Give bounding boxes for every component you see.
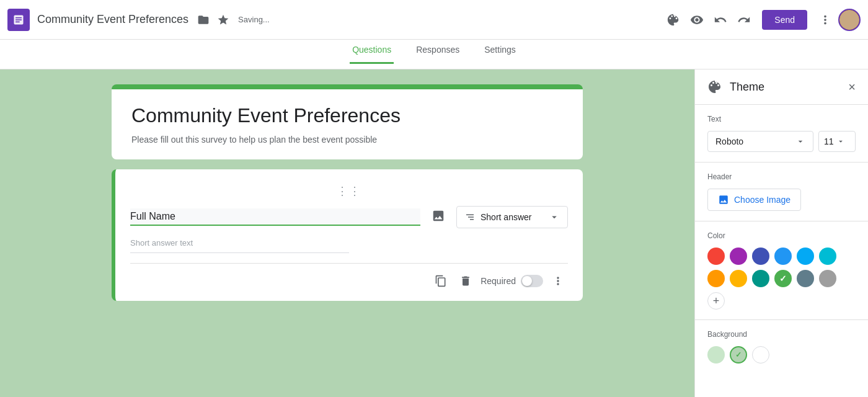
user-avatar[interactable] [838,9,861,31]
svg-rect-3 [16,21,20,22]
color-light-blue[interactable] [797,248,814,265]
undo-button[interactable] [710,9,731,30]
delete-button[interactable] [456,271,476,291]
saving-status: Saving... [238,15,270,24]
form-description: Please fill out this survey to help us p… [131,135,563,145]
color-amber[interactable] [730,270,747,287]
send-button[interactable]: Send [762,10,807,30]
question-row: Short answer [130,205,568,228]
choose-image-button[interactable]: Choose Image [707,189,801,211]
color-row-2 [707,270,856,287]
redo-button[interactable] [733,9,755,30]
question-card: ⋮⋮ Short answer [112,169,583,301]
question-input-wrapper [130,208,420,226]
size-dropdown-icon [836,137,845,146]
color-teal[interactable] [752,270,769,287]
required-toggle[interactable] [521,275,543,287]
theme-palette-icon [707,79,722,94]
svg-rect-2 [16,19,22,20]
duplicate-button[interactable] [431,271,451,291]
form-header-card: Community Event Preferences Please fill … [112,84,583,159]
size-select[interactable]: 11 [818,131,856,152]
choose-image-label: Choose Image [734,195,790,205]
color-green[interactable] [774,270,792,287]
form-canvas: Community Event Preferences Please fill … [0,69,694,397]
form-title: Community Event Preferences [131,104,563,127]
theme-panel: Theme × Text Roboto 11 Header [694,69,868,397]
tab-responses[interactable]: Responses [414,45,462,64]
document-title: Community Event Preferences [37,13,188,26]
color-red[interactable] [707,248,725,265]
font-select[interactable]: Roboto [707,131,813,152]
tab-settings[interactable]: Settings [482,45,518,64]
background-row [707,346,856,364]
theme-panel-header: Theme × [695,69,868,105]
color-blue[interactable] [774,248,792,265]
color-section-title: Color [707,231,856,240]
font-size: 11 [824,136,834,146]
folder-button[interactable] [193,10,213,30]
svg-rect-1 [16,17,22,18]
bg-light-green-2[interactable] [730,346,747,364]
text-section-title: Text [707,115,856,123]
font-dropdown-icon [795,136,805,146]
color-row-3: + [707,292,856,310]
color-indigo[interactable] [752,248,769,265]
color-purple[interactable] [730,248,747,265]
more-question-options[interactable] [548,271,568,291]
more-options-button[interactable] [815,9,836,30]
color-grey[interactable] [819,270,836,287]
background-section: Background [695,320,868,373]
bg-light-green-1[interactable] [707,346,725,364]
main-layout: Community Event Preferences Please fill … [0,69,868,397]
header-section-title: Header [707,172,856,181]
background-section-title: Background [707,330,856,339]
color-orange[interactable] [707,270,725,287]
color-section: Color [695,221,868,320]
header-section: Header Choose Image [695,163,868,221]
add-color-button[interactable]: + [707,292,725,310]
palette-button[interactable] [663,9,684,30]
font-name: Roboto [715,136,743,146]
question-type-label: Short answer [480,212,544,222]
font-row: Roboto 11 [707,131,856,152]
app-icon [7,9,30,31]
tab-questions[interactable]: Questions [350,45,394,64]
color-grid: + [707,248,856,310]
image-icon [718,194,729,205]
theme-panel-title: Theme [730,81,841,94]
theme-panel-close[interactable]: × [848,80,856,94]
question-type-select[interactable]: Short answer [456,206,568,228]
add-image-button[interactable] [428,205,449,228]
topbar-right: Send [663,9,861,31]
preview-button[interactable] [686,9,707,30]
color-blue-grey[interactable] [797,270,814,287]
question-label-input[interactable] [130,208,420,226]
required-label: Required [480,276,516,286]
color-row-1 [707,248,856,265]
bg-white[interactable] [752,346,769,364]
toggle-knob [522,276,532,286]
star-button[interactable] [213,10,233,30]
short-answer-preview: Short answer text [130,238,349,253]
drag-handle[interactable]: ⋮⋮ [130,184,568,198]
tabs-bar: Questions Responses Settings [0,40,868,69]
question-footer: Required [130,263,568,291]
topbar: Community Event Preferences Saving... [0,0,868,40]
color-cyan[interactable] [819,248,836,265]
text-section: Text Roboto 11 [695,105,868,163]
